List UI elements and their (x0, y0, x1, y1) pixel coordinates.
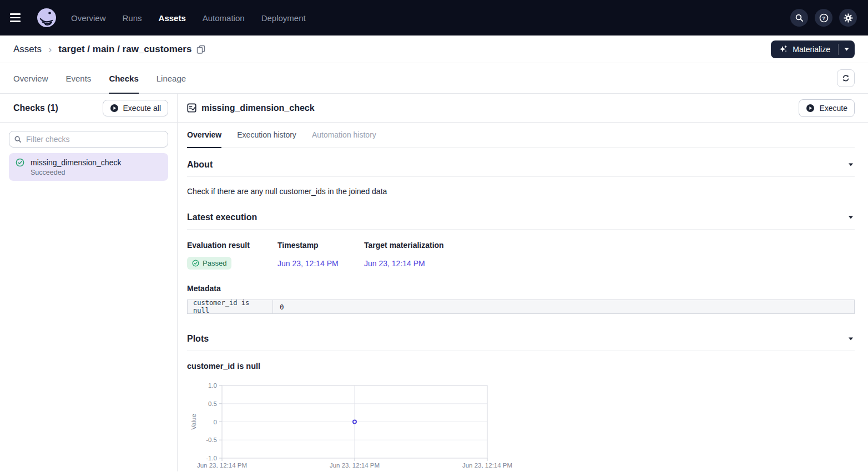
breadcrumb-chevron-icon: › (48, 44, 52, 54)
svg-text:?: ? (822, 15, 825, 21)
svg-text:Jun 23, 12:14 PM: Jun 23, 12:14 PM (330, 462, 380, 468)
nav-overview[interactable]: Overview (71, 13, 106, 23)
check-item-status: Succeeded (31, 169, 162, 176)
svg-text:1.0: 1.0 (208, 382, 217, 389)
check-list-item[interactable]: missing_dimension_check Succeeded (9, 153, 168, 181)
top-nav: Overview Runs Assets Automation Deployme… (0, 0, 868, 35)
filter-checks-input[interactable] (9, 131, 168, 148)
metadata-heading: Metadata (187, 284, 855, 293)
metadata-table: customer_id is null 0 (187, 300, 855, 314)
badge-check-icon (192, 260, 199, 267)
plot-title: customer_id is null (187, 362, 855, 371)
detail-tab-overview[interactable]: Overview (187, 123, 221, 148)
settings-gear-icon[interactable] (839, 9, 857, 27)
col-target-materialization: Target materialization (364, 241, 855, 250)
breadcrumb-asset-key: target / main / raw_customers (58, 44, 191, 55)
search-icon[interactable] (790, 9, 808, 27)
dagster-logo-icon[interactable] (37, 8, 57, 28)
plots-collapse-caret-icon[interactable] (847, 336, 855, 342)
check-detail-title: missing_dimension_check (201, 103, 315, 113)
check-plot: 1.00.50-0.5-1.0Jun 23, 12:14 PMJun 23, 1… (187, 379, 855, 468)
status-badge-passed: Passed (187, 257, 231, 270)
svg-text:Value: Value (190, 414, 197, 430)
chart-container: 1.00.50-0.5-1.0Jun 23, 12:14 PMJun 23, 1… (187, 379, 855, 470)
play-icon (806, 104, 815, 113)
about-heading: About (187, 160, 213, 170)
tab-lineage[interactable]: Lineage (157, 63, 186, 94)
nav-runs[interactable]: Runs (123, 13, 142, 23)
metadata-key: customer_id is null (188, 300, 273, 313)
tab-checks[interactable]: Checks (109, 63, 138, 94)
svg-text:-0.5: -0.5 (206, 437, 217, 443)
plot-point (353, 420, 356, 424)
detail-tab-execution-history[interactable]: Execution history (237, 123, 296, 148)
latest-execution-heading: Latest execution (187, 212, 257, 222)
check-item-name: missing_dimension_check (31, 158, 121, 167)
execute-button[interactable]: Execute (799, 99, 855, 117)
timestamp-link[interactable]: Jun 23, 12:14 PM (277, 259, 364, 268)
menu-icon[interactable] (10, 9, 28, 27)
about-description: Check if there are any null customer_ids… (187, 187, 855, 196)
materialize-label: Materialize (793, 45, 830, 54)
materialize-split-button: Materialize (771, 40, 855, 58)
detail-tab-automation-history[interactable]: Automation history (312, 123, 376, 148)
breadcrumb-assets-link[interactable]: Assets (13, 44, 42, 55)
play-icon (110, 104, 119, 113)
target-materialization-link[interactable]: Jun 23, 12:14 PM (364, 259, 855, 268)
plots-heading: Plots (187, 334, 209, 344)
tab-overview[interactable]: Overview (13, 63, 48, 94)
nav-assets[interactable]: Assets (159, 13, 186, 23)
check-success-icon (16, 158, 24, 167)
col-evaluation-result: Evaluation result (187, 241, 277, 250)
svg-text:Jun 23, 12:14 PM: Jun 23, 12:14 PM (462, 462, 512, 468)
svg-text:-1.0: -1.0 (206, 455, 217, 461)
asset-tabs-row: Overview Events Checks Lineage (0, 63, 868, 94)
materialize-dropdown-caret-icon[interactable] (839, 40, 855, 58)
copy-icon[interactable] (196, 45, 205, 54)
svg-text:0: 0 (214, 419, 217, 425)
checks-panel-title: Checks (1) (13, 103, 58, 113)
latest-execution-collapse-caret-icon[interactable] (847, 215, 855, 220)
help-icon[interactable]: ? (815, 9, 832, 27)
asset-check-icon (187, 103, 196, 113)
sparkle-icon (779, 44, 788, 54)
materialize-button[interactable]: Materialize (771, 40, 838, 58)
refresh-icon[interactable] (837, 69, 855, 87)
check-detail-panel: missing_dimension_check Execute Overview… (178, 94, 868, 471)
primary-nav: Overview Runs Assets Automation Deployme… (71, 13, 306, 23)
col-timestamp: Timestamp (277, 241, 364, 250)
execute-all-button[interactable]: Execute all (103, 100, 168, 116)
nav-deployment[interactable]: Deployment (261, 13, 306, 23)
about-collapse-caret-icon[interactable] (847, 162, 855, 168)
check-detail-tabs: Overview Execution history Automation hi… (187, 123, 855, 148)
filter-search-icon (14, 135, 22, 143)
breadcrumb-row: Assets › target / main / raw_customers M… (0, 35, 868, 63)
checks-sidebar: Checks (1) Execute all missing_dimension… (0, 94, 178, 471)
svg-text:0.5: 0.5 (208, 400, 217, 407)
metadata-value: 0 (273, 300, 854, 313)
nav-automation[interactable]: Automation (203, 13, 245, 23)
tab-events[interactable]: Events (66, 63, 92, 94)
svg-text:Jun 23, 12:14 PM: Jun 23, 12:14 PM (197, 462, 247, 468)
